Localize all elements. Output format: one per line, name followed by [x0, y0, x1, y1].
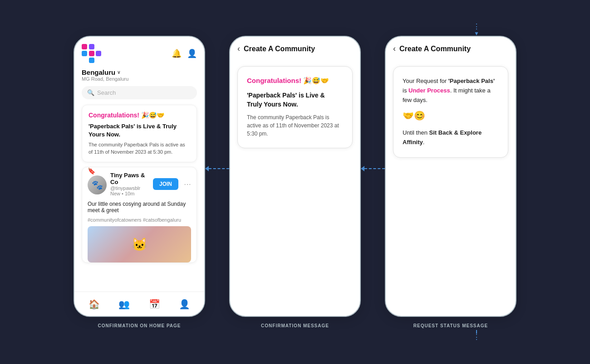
arrow-left-icon — [205, 166, 209, 171]
congrats-sub: The community Paperback Pals is active a… — [88, 141, 190, 155]
back-button-2[interactable]: ‹ — [237, 44, 240, 53]
post-text: Our little ones cosying around at Sunday… — [88, 201, 191, 214]
msg-congrats: Congratulations! 🎉😅🤝 — [247, 77, 343, 85]
congrats-card: Congratulations! 🎉😅🤝 'Paperback Pals' is… — [82, 105, 197, 162]
app-logo — [82, 44, 102, 63]
confirmation-card: Congratulations! 🎉😅🤝 'Paperback Pals' is… — [237, 66, 353, 148]
congrats-title: Congratulations! 🎉😅🤝 — [88, 112, 190, 119]
dashed-line — [209, 168, 229, 169]
home-nav-icon[interactable]: 🏠 — [88, 299, 100, 310]
community-nav-icon[interactable]: 👥 — [118, 299, 130, 310]
chevron-down-icon: ∨ — [117, 70, 120, 75]
request-text-2: is — [403, 87, 408, 94]
phone1-header: 🔔 👤 — [82, 44, 197, 63]
community-card: 🔖 🐾 Tiny Paws & Co @tinypawsblr New • 10… — [82, 167, 197, 263]
msg-main-text-1: 'Paperback Pals' is Live & — [247, 92, 325, 99]
screen-header-2: ‹ Create A Community — [230, 37, 360, 59]
arrow-2-3 — [361, 166, 385, 171]
bottom-nav: 🏠 👥 📅 👤 — [74, 291, 204, 316]
under-process-status: Under Process — [408, 87, 450, 94]
explore-text-1: Until then — [403, 129, 429, 136]
msg-sub: The community Paperback Pals is active a… — [247, 113, 343, 138]
profile-icon[interactable]: 👤 — [187, 49, 197, 58]
msg-main-text-2: Truly Yours Now. — [247, 101, 298, 108]
screen-body-3: Your Request for 'Paperback Pals' is Und… — [386, 59, 516, 316]
post-image: 🐱 — [88, 226, 191, 262]
phone-request-status: ‹ Create A Community Your Request for 'P… — [385, 36, 516, 317]
arrow-1-2 — [205, 166, 229, 171]
notification-icon[interactable]: 🔔 — [172, 49, 182, 58]
community-info: Tiny Paws & Co @tinypawsblr New • 10m — [110, 172, 149, 196]
search-icon: 🔍 — [87, 89, 94, 96]
explore-text-2: . — [423, 139, 425, 146]
post-hashtags: #communityofcatowners #catsofbengaluru — [88, 217, 191, 223]
profile-nav-icon[interactable]: 👤 — [179, 299, 190, 310]
calendar-nav-icon[interactable]: 📅 — [149, 299, 160, 310]
screen-header-3: ‹ Create A Community — [386, 37, 516, 59]
dashed-line-2 — [364, 168, 385, 169]
community-new: New • 10m — [110, 191, 149, 196]
phone3-label: REQUEST STATUS MESSAGE — [385, 323, 516, 328]
location-sub: MG Road, Bengaluru — [82, 76, 197, 82]
arrow-left-icon-2 — [361, 166, 364, 171]
location-section: Bengaluru ∨ MG Road, Bengaluru — [82, 68, 197, 82]
screen-body-2: Congratulations! 🎉😅🤝 'Paperback Pals' is… — [230, 59, 360, 316]
community-handle: @tinypawsblr — [110, 185, 149, 191]
phone-home: 🔔 👤 Bengaluru ∨ MG Road, Bengaluru — [74, 36, 205, 317]
request-text-1: Your Request for — [403, 78, 448, 84]
location-name[interactable]: Bengaluru ∨ — [82, 68, 197, 76]
community-avatar: 🐾 — [88, 175, 107, 194]
community-post: Our little ones cosying around at Sunday… — [82, 201, 197, 262]
bookmark-icon: 🔖 — [88, 167, 95, 175]
request-status-card: Your Request for 'Paperback Pals' is Und… — [393, 66, 508, 158]
phone-confirmation: ‹ Create A Community Congratulations! 🎉😅… — [229, 36, 361, 317]
more-options-icon[interactable]: ⋯ — [184, 180, 191, 189]
community-name: Tiny Paws & Co — [110, 172, 149, 185]
join-button[interactable]: JOIN — [153, 178, 178, 190]
msg-main: 'Paperback Pals' is Live & Truly Yours N… — [247, 91, 343, 109]
screen-title-2: Create A Community — [244, 45, 315, 53]
header-icons: 🔔 👤 — [172, 49, 197, 58]
back-button-3[interactable]: ‹ — [393, 44, 396, 53]
search-placeholder: Search — [97, 89, 116, 96]
community-name-bold: 'Paperback Pals' — [448, 78, 495, 84]
screen-title-3: Create A Community — [399, 45, 471, 53]
request-status-text: Your Request for 'Paperback Pals' is Und… — [403, 77, 499, 105]
phone1-label: CONFIRMATION ON HOME PAGE — [74, 323, 205, 328]
phone2-label: CONFIRMATION MESSAGE — [229, 323, 361, 328]
explore-text: Until then Sit Back & Explore Affinity. — [403, 128, 499, 147]
congrats-main: 'Paperback Pals' is Live & Truly Yours N… — [88, 122, 190, 139]
search-bar[interactable]: 🔍 Search — [82, 86, 197, 99]
request-emojis: 🤝😊 — [403, 110, 499, 121]
community-card-header: 🔖 🐾 Tiny Paws & Co @tinypawsblr New • 10… — [82, 167, 197, 201]
